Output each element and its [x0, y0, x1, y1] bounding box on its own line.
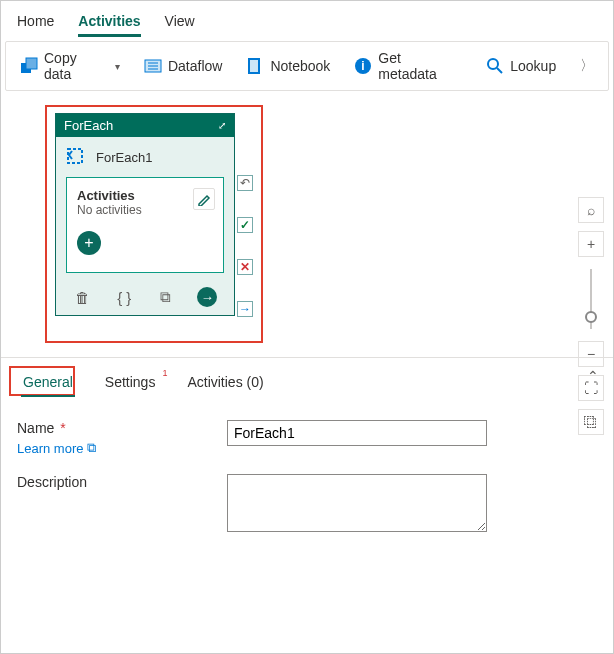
tab-view[interactable]: View — [165, 9, 195, 37]
toolbar-overflow-button[interactable]: 〉 — [576, 55, 598, 77]
name-label: Name — [17, 420, 54, 436]
copy-data-label: Copy data — [44, 50, 107, 82]
top-tabs: Home Activities View — [1, 1, 613, 37]
edit-activities-button[interactable] — [193, 188, 215, 210]
foreach-activity-card[interactable]: ForEach ⤢ ForEach1 Activities No activit… — [55, 113, 235, 316]
get-metadata-button[interactable]: i Get metadata — [350, 48, 466, 84]
description-input[interactable] — [227, 474, 487, 532]
pipeline-canvas[interactable]: ↶ ✓ ✕ → ForEach ⤢ ForEach1 Activities — [1, 97, 613, 357]
copy-icon[interactable]: ⧉ — [156, 287, 176, 307]
lookup-label: Lookup — [510, 58, 556, 74]
zoom-slider-thumb[interactable] — [585, 311, 597, 323]
learn-more-link[interactable]: Learn more ⧉ — [17, 440, 96, 456]
copy-data-button[interactable]: Copy data ▾ — [16, 48, 124, 84]
svg-line-11 — [497, 68, 502, 73]
trash-icon[interactable]: 🗑 — [73, 287, 93, 307]
name-input[interactable] — [227, 420, 487, 446]
tab-general[interactable]: General — [17, 372, 79, 396]
collapse-panel-button[interactable]: ⌃ — [587, 368, 599, 384]
property-tabs: General Settings 1 Activities (0) — [17, 358, 597, 402]
svg-rect-7 — [250, 60, 258, 72]
activities-toolbar: Copy data ▾ Dataflow Notebook i Get meta… — [5, 41, 609, 91]
name-row: Name * Learn more ⧉ — [17, 420, 597, 456]
activity-footer: 🗑 { } ⧉ → — [56, 281, 234, 315]
copy-data-icon — [20, 57, 38, 75]
description-row: Description — [17, 474, 597, 532]
settings-badge: 1 — [162, 368, 167, 378]
zoom-in-button[interactable]: + — [578, 231, 604, 257]
info-icon: i — [354, 57, 372, 75]
dataflow-button[interactable]: Dataflow — [140, 55, 226, 77]
learn-more-label: Learn more — [17, 441, 83, 456]
canvas-search-button[interactable]: ⌕ — [578, 197, 604, 223]
external-link-icon: ⧉ — [87, 440, 96, 456]
tab-activities[interactable]: Activities — [78, 9, 140, 37]
notebook-button[interactable]: Notebook — [242, 55, 334, 77]
activity-card-header: ForEach ⤢ — [56, 114, 234, 137]
dataflow-label: Dataflow — [168, 58, 222, 74]
tab-home[interactable]: Home — [17, 9, 54, 37]
add-activity-button[interactable]: + — [77, 231, 101, 255]
zoom-slider[interactable] — [590, 269, 592, 329]
description-label: Description — [17, 474, 87, 490]
go-icon[interactable]: → — [197, 287, 217, 307]
notebook-icon — [246, 57, 264, 75]
foreach-icon — [66, 147, 86, 167]
activity-type-label: ForEach — [64, 118, 113, 133]
activity-name-label: ForEach1 — [96, 150, 152, 165]
svg-point-10 — [488, 59, 498, 69]
handle-failure-icon[interactable]: ✕ — [237, 259, 253, 275]
handle-completion-icon[interactable]: → — [237, 301, 253, 317]
svg-rect-1 — [26, 58, 37, 69]
required-indicator: * — [60, 420, 65, 436]
tab-activities[interactable]: Activities (0) — [181, 372, 269, 396]
activity-name-row: ForEach1 — [56, 137, 234, 173]
lookup-button[interactable]: Lookup — [482, 55, 560, 77]
svg-text:i: i — [362, 59, 365, 73]
braces-icon[interactable]: { } — [114, 287, 134, 307]
lookup-icon — [486, 57, 504, 75]
expand-icon[interactable]: ⤢ — [218, 120, 226, 131]
notebook-label: Notebook — [270, 58, 330, 74]
tab-settings-label: Settings — [105, 374, 156, 390]
handle-success-icon[interactable]: ✓ — [237, 217, 253, 233]
chevron-down-icon: ▾ — [115, 61, 120, 72]
properties-panel: ⌃ General Settings 1 Activities (0) Name… — [1, 357, 613, 548]
handle-undo-icon[interactable]: ↶ — [237, 175, 253, 191]
activities-container: Activities No activities + — [66, 177, 224, 273]
get-metadata-label: Get metadata — [378, 50, 462, 82]
dataflow-icon — [144, 57, 162, 75]
tab-settings[interactable]: Settings 1 — [99, 372, 162, 396]
